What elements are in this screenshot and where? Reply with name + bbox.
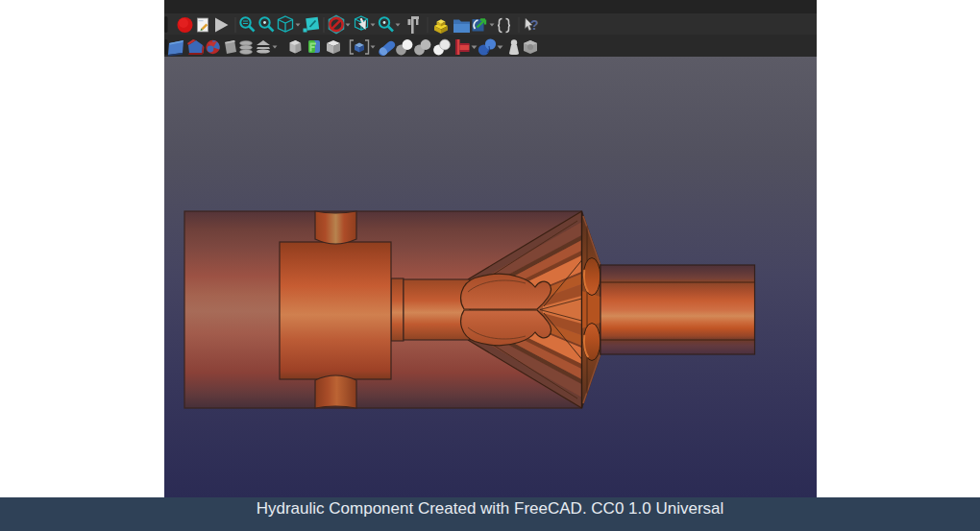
svg-text:?: ? — [530, 17, 539, 33]
